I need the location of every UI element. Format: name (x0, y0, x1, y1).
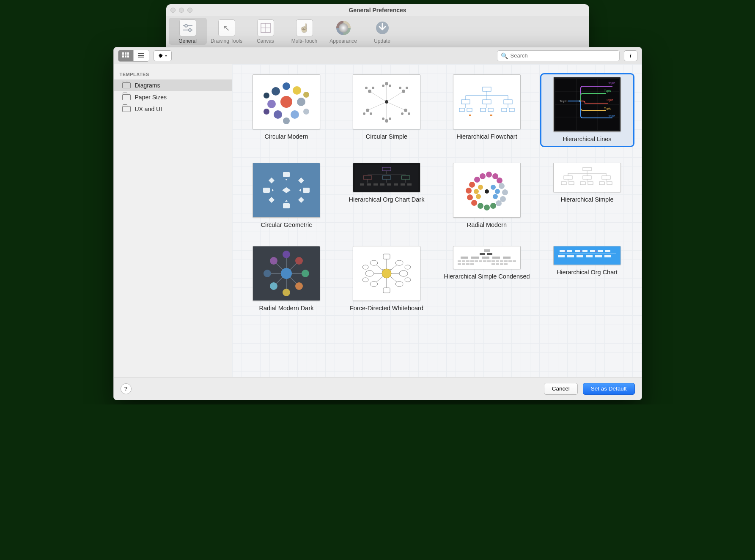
search-field[interactable]: 🔍 (497, 50, 620, 61)
svg-point-48 (404, 109, 407, 112)
set-as-default-button[interactable]: Set as Default (583, 383, 635, 395)
prefs-tab-canvas[interactable]: Canvas (247, 18, 285, 45)
template-hierarchical-simple-condensed[interactable]: Hierarchical Simple Condensed (441, 246, 533, 312)
svg-rect-232 (575, 250, 580, 252)
cancel-button[interactable]: Cancel (544, 383, 578, 395)
template-radial-modern[interactable]: Radial Modern (441, 163, 533, 229)
svg-point-197 (405, 265, 411, 269)
svg-point-137 (484, 205, 490, 210)
prefs-tab-update[interactable]: Update (363, 18, 401, 45)
svg-point-125 (495, 189, 500, 194)
svg-rect-243 (565, 251, 566, 251)
template-force-directed-whiteboard[interactable]: Force-Directed Whiteboard (341, 246, 433, 312)
template-hierarchical-org-chart-dark[interactable]: Hierarchical Org Chart Dark (341, 163, 433, 229)
svg-point-129 (492, 173, 498, 179)
svg-rect-74 (509, 108, 514, 112)
download-icon (374, 19, 391, 36)
svg-marker-95 (298, 178, 304, 183)
template-label: Circular Simple (366, 133, 407, 141)
svg-rect-218 (500, 260, 503, 262)
svg-rect-12 (127, 52, 129, 54)
template-label: Force-Directed Whiteboard (350, 304, 423, 312)
info-icon: i (630, 52, 631, 59)
sheet-toolbar: ✸ ▾ 🔍 i (114, 47, 642, 64)
canvas-icon (257, 19, 274, 36)
view-mode-segment[interactable] (118, 50, 149, 62)
template-circular-geometric[interactable]: Circular Geometric (241, 163, 332, 229)
svg-point-177 (295, 282, 303, 290)
svg-marker-89 (282, 187, 291, 193)
sidebar-item-ux-and-ui[interactable]: UX and UI (114, 103, 232, 115)
svg-rect-69 (459, 108, 464, 112)
sidebar-item-diagrams[interactable]: Diagrams (114, 79, 232, 91)
svg-rect-102 (355, 165, 418, 190)
prefs-tab-label: Canvas (257, 38, 274, 44)
svg-rect-159 (599, 182, 604, 185)
svg-rect-212 (475, 260, 478, 262)
svg-point-170 (283, 251, 290, 258)
svg-rect-239 (577, 255, 583, 257)
search-input[interactable] (511, 52, 616, 59)
svg-point-198 (362, 278, 368, 282)
svg-rect-149 (564, 176, 572, 179)
svg-rect-115 (380, 183, 384, 186)
svg-point-199 (405, 278, 411, 282)
svg-point-31 (283, 117, 290, 124)
help-button[interactable]: ? (121, 383, 132, 394)
svg-point-134 (467, 194, 473, 200)
template-circular-modern[interactable]: Circular Modern (241, 74, 332, 146)
template-thumbnail (553, 246, 621, 265)
svg-rect-223 (462, 263, 465, 265)
svg-rect-227 (496, 263, 499, 265)
svg-point-19 (280, 96, 292, 108)
actions-menu-button[interactable]: ✸ ▾ (154, 50, 172, 61)
prefs-tab-multitouch[interactable]: ☝ Multi-Touch (286, 18, 324, 45)
svg-rect-214 (483, 260, 486, 262)
svg-rect-76 (490, 115, 492, 116)
sidebar-item-label: Paper Sizes (135, 94, 167, 101)
svg-rect-156 (569, 182, 574, 185)
svg-line-33 (387, 91, 404, 102)
gear-icon: ✸ (158, 52, 163, 59)
svg-rect-238 (567, 255, 574, 257)
template-hierarchical-simple[interactable]: Hierarchical Simple (541, 163, 633, 229)
prefs-tab-drawing-tools[interactable]: ↖ Drawing Tools (208, 18, 246, 45)
grid-view-button[interactable] (118, 50, 134, 61)
list-view-button[interactable] (134, 50, 149, 61)
svg-rect-222 (458, 263, 461, 265)
svg-marker-101 (299, 189, 301, 191)
prefs-tab-general[interactable]: General (169, 18, 207, 45)
svg-point-142 (496, 200, 502, 206)
svg-point-40 (365, 87, 368, 89)
svg-point-132 (469, 182, 475, 188)
template-radial-modern-dark[interactable]: Radial Modern Dark (241, 246, 332, 312)
sidebar-item-paper-sizes[interactable]: Paper Sizes (114, 91, 232, 103)
svg-point-135 (471, 200, 477, 206)
template-circular-simple[interactable]: Circular Simple (341, 74, 433, 146)
prefs-tab-label: Appearance (329, 38, 357, 44)
svg-rect-90 (283, 172, 290, 177)
svg-point-176 (270, 282, 277, 290)
template-hierarchical-org-chart[interactable]: Hierarchical Org Chart (541, 246, 633, 312)
prefs-tab-appearance[interactable]: Appearance (324, 18, 362, 45)
template-hierarchical-lines[interactable]: Topic Topic Topic Topic Topic Topic Hier… (541, 74, 633, 146)
svg-point-42 (402, 90, 405, 93)
template-thumbnail (253, 163, 320, 218)
svg-line-32 (370, 91, 387, 102)
template-label: Circular Geometric (261, 221, 312, 229)
template-hierarchical-flowchart[interactable]: Hierarchical Flowchart (441, 74, 533, 146)
svg-marker-94 (269, 178, 275, 183)
svg-rect-118 (401, 183, 405, 186)
prefs-tab-label: Update (374, 38, 390, 44)
info-button[interactable]: i (624, 50, 637, 61)
templates-gallery[interactable]: Circular Modern (232, 64, 642, 377)
svg-rect-155 (561, 182, 566, 185)
svg-rect-93 (303, 188, 310, 193)
svg-point-28 (303, 92, 309, 98)
svg-rect-92 (263, 188, 270, 193)
template-thumbnail (253, 74, 320, 129)
svg-point-133 (466, 188, 472, 194)
template-thumbnail (453, 163, 521, 218)
svg-point-122 (474, 189, 479, 194)
svg-rect-208 (458, 260, 461, 262)
